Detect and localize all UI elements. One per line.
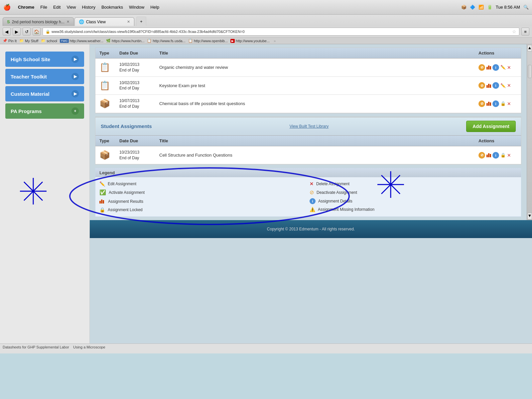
bookmark-school[interactable]: 📁 school [41,39,57,43]
delete-btn-1[interactable]: ✕ [507,65,511,70]
row2-date-sub: End of Day [119,85,151,91]
bookmark-hunting-label: https://www.huntin... [112,39,144,43]
sidebar-item-custom[interactable]: Custom Material ▶ [5,86,84,101]
sidebar-highschool-arrow: ▶ [71,56,79,63]
back-button[interactable]: ◀ [3,28,11,36]
info-btn-s1[interactable]: i [492,152,499,159]
row3-type: 📦 [95,95,115,113]
bookmark-pinit[interactable]: 📌 Pin It [3,39,17,43]
new-tab-button[interactable]: + [136,17,146,26]
sidebar-toolkit-arrow: ▶ [71,73,79,80]
srow1-type: 📦 [95,146,115,164]
legend-deactivate: ⊘ Deactivate Assignment [310,189,517,196]
table-row: 📦 10/23/2013 End of Day Cell Structure [95,146,521,164]
legend-lock-icon: 🔒 [99,207,105,212]
legend-edit-label: Edit Assignment [108,182,136,186]
dropbox-icon: 📦 [461,5,466,10]
footer: Copyright © 2013 Edmentum - All rights r… [90,220,532,238]
cube-icon-1: 📦 [99,98,110,108]
scol-date: Date Due [115,136,155,146]
results-btn-1[interactable] [486,64,491,70]
sidebar-item-toolkit[interactable]: Teacher Toolkit ▶ [5,69,84,84]
tab-biology-close[interactable]: ✕ [66,20,69,24]
taskbar-item-1[interactable]: Datasheets for GHP Supplemental Labor [3,345,69,349]
settings-button[interactable]: ≡ [521,28,529,36]
row2-type: 📋 [95,76,115,95]
deactivate-btn-1[interactable]: ⊘ [478,64,485,71]
sidebar-custom-arrow: ▶ [71,90,79,97]
home-button[interactable]: 🏠 [33,28,41,36]
bottom-taskbar: Datasheets for GHP Supplemental Labor Us… [0,343,532,353]
bookmark-usda[interactable]: 📋 http://www.fs.usda... [147,39,185,43]
scrollbar-thumb[interactable] [528,65,532,78]
edit-btn-1[interactable]: ✏️ [500,65,506,70]
row2-date-value: 10/02/2013 [119,80,151,86]
info-btn-1[interactable]: i [492,64,499,71]
deactivate-btn-3[interactable]: ⊘ [478,100,485,107]
tab-biology[interactable]: S 2nd period honors biology h... ✕ [3,17,74,26]
scrollbar-up[interactable]: ▲ [527,45,532,52]
row1-actions: ⊘ [474,59,521,77]
bookmark-openbib-label: http://www.openbib... [194,39,228,43]
bookmark-openbib[interactable]: 📋 http://www.openbib... [188,39,228,43]
delete-btn-3[interactable]: ✕ [507,101,511,106]
address-box[interactable]: 🔒 www36.studyisland.com/cfw/class/class-… [43,28,519,36]
sidebar-item-highschool[interactable]: High School Site ▶ [5,52,84,67]
srow1-date: 10/23/2013 End of Day [115,146,155,164]
col-actions: Actions [474,48,521,59]
lock-btn-s1[interactable]: 🔒 [500,153,506,158]
tab-classview[interactable]: 🌐 Class View ✕ [74,17,134,26]
row1-type: 📋 [95,59,115,77]
scrollbar-down[interactable]: ▼ [527,213,532,219]
wifi-icon: 📶 [478,5,484,10]
cube-icon-s1: 📦 [99,150,110,160]
add-assignment-button[interactable]: Add Assignment [466,121,516,132]
scrollbar-track[interactable]: ▲ ▼ [527,44,532,220]
menu-chrome[interactable]: Chrome [18,5,34,10]
bookmark-twc[interactable]: TWC http://www.weather... [60,39,103,43]
legend-details-label: Assignment Details [318,199,352,203]
row3-date-sub: End of Day [119,104,151,109]
delete-btn-2[interactable]: ✕ [507,83,511,88]
table-row: 📋 10/02/2013 End of Day Keystone Exam [95,76,521,95]
results-btn-s1[interactable] [486,152,491,158]
results-btn-3[interactable] [486,100,491,107]
sidebar-item-pa[interactable]: PA Programs + [5,103,84,119]
tab-bar: S 2nd period honors biology h... ✕ 🌐 Cla… [0,17,532,26]
bookmark-youtube[interactable]: ▶ http://www.youtube... [230,39,270,43]
delete-btn-s1[interactable]: ✕ [507,153,511,158]
row2-actions: ⊘ [474,76,521,95]
view-library-link[interactable]: View Built Test Library [290,124,329,129]
menu-history[interactable]: History [82,5,95,10]
edit-btn-2[interactable]: ✏️ [500,83,506,88]
bookmark-hunting[interactable]: 🌿 https://www.huntin... [106,39,144,43]
taskbar-item-2[interactable]: Using a Microscope [73,345,105,349]
col-type: Type [95,48,115,59]
reload-button[interactable]: ↺ [23,28,31,36]
menu-file[interactable]: File [40,5,47,10]
tab-classview-close[interactable]: ✕ [127,20,130,24]
menu-window[interactable]: Window [129,5,144,10]
bookmark-weather-label: http://www.weather... [70,39,104,43]
info-btn-3[interactable]: i [492,100,499,107]
sidebar-highschool-label: High School Site [11,57,50,62]
bookmark-mystuff[interactable]: 📁 My Stuff [19,39,38,43]
menu-edit[interactable]: Edit [53,5,61,10]
forward-button[interactable]: ▶ [13,28,21,36]
legend-missing-label: Assignment Missing Information [318,207,374,212]
deactivate-btn-2[interactable]: ⊘ [478,82,485,89]
results-btn-2[interactable] [486,82,491,89]
legend-grid: ✏️ Edit Assignment ✅ Activate Assignment [95,177,521,216]
row2-title: Keystone Exam pre test [155,76,474,95]
info-btn-2[interactable]: i [492,82,499,89]
legend-delete-label: Delete Assignment [316,182,349,186]
menu-bookmarks[interactable]: Bookmarks [101,5,123,10]
menu-help[interactable]: Help [150,5,159,10]
bookmark-star[interactable]: ☆ [512,29,516,34]
menu-view[interactable]: View [66,5,76,10]
lock-btn-3[interactable]: 🔒 [500,101,506,106]
apple-menu[interactable]: 🍎 [3,4,11,11]
legend-pencil-icon: ✏️ [99,181,105,187]
deactivate-btn-s1[interactable]: ⊘ [478,152,485,159]
search-icon[interactable]: 🔍 [523,5,529,10]
